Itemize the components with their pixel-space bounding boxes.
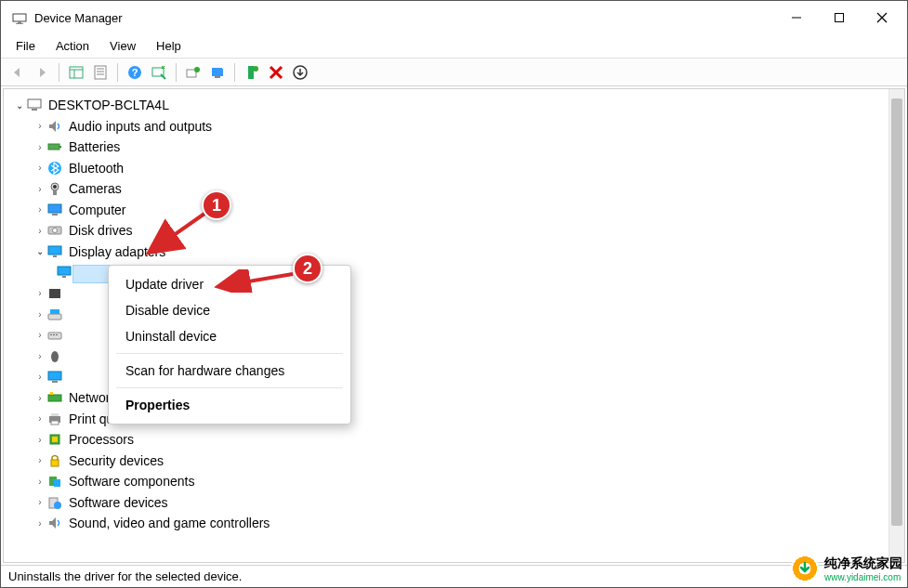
svg-rect-33 <box>52 214 58 216</box>
svg-rect-44 <box>50 334 52 335</box>
tree-item[interactable]: ›Audio inputs and outputs <box>13 116 888 137</box>
chevron-right-icon[interactable]: › <box>33 372 46 382</box>
svg-rect-7 <box>70 67 83 78</box>
chevron-down-icon[interactable]: ⌄ <box>13 100 26 111</box>
tree-item[interactable]: ›Processors <box>13 429 888 451</box>
svg-text:?: ? <box>132 67 138 78</box>
svg-rect-56 <box>52 437 58 442</box>
svg-rect-39 <box>62 276 66 278</box>
show-hide-tree-button[interactable] <box>65 61 87 84</box>
back-button[interactable] <box>7 61 29 84</box>
ctx-separator <box>116 387 343 388</box>
chevron-down-icon[interactable]: ⌄ <box>33 246 46 256</box>
svg-rect-1 <box>18 21 21 23</box>
tree-item[interactable]: ›Batteries <box>13 137 888 158</box>
ctx-disable-device[interactable]: Disable device <box>109 297 350 323</box>
chevron-right-icon[interactable]: › <box>33 518 46 529</box>
ctx-separator <box>116 353 343 354</box>
scrollbar-thumb[interactable] <box>891 98 902 526</box>
properties-button[interactable] <box>89 61 112 84</box>
computer-icon <box>46 203 63 217</box>
processor-icon <box>46 432 63 447</box>
hid-icon <box>46 307 63 321</box>
uninstall-device-button-2[interactable] <box>265 61 287 84</box>
chevron-right-icon[interactable]: › <box>33 288 46 298</box>
tree-item[interactable]: ›Bluetooth <box>13 158 888 179</box>
device-tree[interactable]: ⌄ DESKTOP-BCLTA4L ›Audio inputs and outp… <box>4 89 888 562</box>
chevron-right-icon[interactable]: › <box>33 204 46 215</box>
chevron-right-icon[interactable]: › <box>33 435 46 445</box>
network-icon <box>46 390 63 405</box>
svg-rect-24 <box>28 99 41 108</box>
annotation-badge-1: 1 <box>202 190 231 220</box>
tree-item[interactable]: ›Disk drives <box>13 220 888 242</box>
svg-rect-54 <box>51 421 59 425</box>
menu-help[interactable]: Help <box>147 37 191 55</box>
svg-rect-21 <box>248 66 254 79</box>
chevron-right-icon[interactable]: › <box>33 393 46 403</box>
tree-item-label: Audio inputs and outputs <box>69 119 212 134</box>
annotation-badge-2: 2 <box>293 254 322 283</box>
ctx-uninstall-device[interactable]: Uninstall device <box>109 323 350 349</box>
maximize-button[interactable] <box>818 3 861 33</box>
update-driver-button[interactable] <box>182 61 204 84</box>
chevron-right-icon[interactable]: › <box>33 497 46 507</box>
minimize-button[interactable] <box>775 3 818 33</box>
watermark-url: www.yidaimei.com <box>824 572 902 582</box>
close-button[interactable] <box>861 3 903 33</box>
vertical-scrollbar[interactable] <box>888 89 904 562</box>
add-legacy-button[interactable] <box>289 61 311 84</box>
ctx-properties[interactable]: Properties <box>109 392 350 418</box>
software-icon <box>46 495 63 510</box>
chevron-right-icon[interactable]: › <box>33 413 46 424</box>
chevron-right-icon[interactable]: › <box>33 309 46 320</box>
menu-view[interactable]: View <box>100 37 145 55</box>
svg-rect-27 <box>59 146 61 148</box>
tree-root-label: DESKTOP-BCLTA4L <box>48 98 169 112</box>
tree-item-label: Disk drives <box>69 223 132 238</box>
app-icon <box>12 10 27 25</box>
tree-item[interactable]: ›Cameras <box>13 178 888 200</box>
chevron-right-icon[interactable]: › <box>33 163 46 173</box>
svg-rect-26 <box>48 144 59 150</box>
svg-rect-40 <box>49 289 60 298</box>
svg-rect-45 <box>53 334 55 335</box>
statusbar-text: Uninstalls the driver for the selected d… <box>8 569 242 583</box>
svg-rect-50 <box>48 395 61 401</box>
tree-item-display-adapters[interactable]: ⌄Display adapters <box>13 242 888 263</box>
forward-button[interactable] <box>31 61 53 84</box>
menu-action[interactable]: Action <box>46 37 99 55</box>
toolbar-separator <box>59 63 59 82</box>
svg-rect-19 <box>212 68 223 76</box>
svg-rect-36 <box>48 246 61 255</box>
scan-hardware-button[interactable] <box>148 61 170 84</box>
tree-item-label: Display adapters <box>69 244 165 259</box>
tree-item[interactable]: ›Software components <box>13 471 888 492</box>
tree-item[interactable]: ›Software devices <box>13 492 888 514</box>
chevron-right-icon[interactable]: › <box>33 184 46 194</box>
battery-icon <box>46 139 63 154</box>
tree-item[interactable]: ›Sound, video and game controllers <box>13 513 888 534</box>
chevron-right-icon[interactable]: › <box>33 477 46 487</box>
svg-rect-2 <box>16 23 23 24</box>
disable-device-button[interactable] <box>206 61 229 84</box>
chevron-right-icon[interactable]: › <box>33 455 46 465</box>
toolbar-separator <box>234 63 235 82</box>
tree-item[interactable]: ›Security devices <box>13 451 888 472</box>
tree-item[interactable]: ›Computer <box>13 200 888 221</box>
chevron-right-icon[interactable]: › <box>33 121 46 131</box>
uninstall-device-button-1[interactable] <box>241 61 263 84</box>
display-icon <box>46 244 63 259</box>
chevron-right-icon[interactable]: › <box>33 226 46 236</box>
help-button[interactable]: ? <box>124 61 146 84</box>
tree-root[interactable]: ⌄ DESKTOP-BCLTA4L <box>13 95 888 116</box>
svg-point-22 <box>253 66 258 72</box>
toolbar-separator <box>117 63 118 82</box>
tree-item-label: Security devices <box>69 453 164 468</box>
ctx-scan-hardware[interactable]: Scan for hardware changes <box>109 358 350 384</box>
chevron-right-icon[interactable]: › <box>33 142 46 152</box>
chevron-right-icon[interactable]: › <box>33 351 46 361</box>
tree-item-label: Processors <box>69 432 134 447</box>
menu-file[interactable]: File <box>7 37 45 55</box>
chevron-right-icon[interactable]: › <box>33 330 46 340</box>
